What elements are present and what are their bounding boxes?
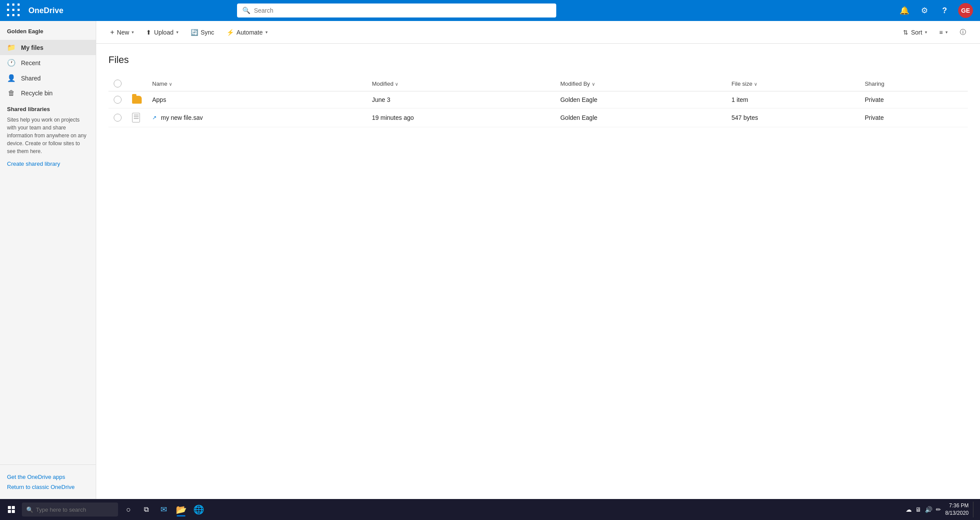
upload-label: Upload <box>154 29 173 36</box>
avatar[interactable]: GE <box>958 3 973 18</box>
sidebar-item-recycle-bin[interactable]: 🗑 Recycle bin <box>0 86 96 101</box>
upload-chevron-icon: ▾ <box>176 30 178 35</box>
file-doc-icon <box>132 113 140 122</box>
taskbar-mail[interactable]: ✉ <box>156 502 171 517</box>
taskbar-file-explorer[interactable]: 📂 <box>173 502 189 517</box>
sort-button[interactable]: ⇅ Sort ▾ <box>898 26 932 38</box>
col-sharing-header: Sharing <box>859 76 968 91</box>
network-icon[interactable]: 🖥 <box>915 506 921 513</box>
sidebar-item-label-my-files: My files <box>21 44 43 51</box>
upload-icon: ⬆ <box>146 29 151 36</box>
windows-logo <box>8 506 15 513</box>
show-desktop-button[interactable] <box>973 502 977 517</box>
taskbar-search[interactable]: 🔍 <box>22 503 118 517</box>
taskbar-edge[interactable]: 🌐 <box>191 502 206 517</box>
sidebar-item-recent[interactable]: 🕐 Recent <box>0 55 96 70</box>
topbar: OneDrive 🔍 🔔 ⚙ ? GE <box>0 0 980 21</box>
clock-date: 8/13/2020 <box>945 510 969 517</box>
taskbar-search-input[interactable] <box>36 506 114 513</box>
view-button[interactable]: ≡ ▾ <box>934 26 953 38</box>
search-bar[interactable]: 🔍 <box>237 3 556 17</box>
row-name-1[interactable]: Apps <box>147 91 367 108</box>
notification-button[interactable]: 🔔 <box>898 4 911 17</box>
return-classic-link[interactable]: Return to classic OneDrive <box>0 482 96 492</box>
taskbar-apps: ○ ⧉ ✉ 📂 🌐 <box>121 502 206 517</box>
mail-icon: ✉ <box>160 505 167 514</box>
sidebar-bottom: Get the OneDrive apps Return to classic … <box>0 464 96 496</box>
sort-label: Sort <box>911 29 922 36</box>
new-button[interactable]: + New ▾ <box>105 26 139 39</box>
cortana-icon: ○ <box>126 505 131 514</box>
file-table: Name ∨ Modified ∨ Modified By ∨ Fil <box>108 76 968 127</box>
toolbar-right: ⇅ Sort ▾ ≡ ▾ ⓘ <box>898 26 971 39</box>
row-check-1 <box>108 91 127 108</box>
upload-button[interactable]: ⬆ Upload ▾ <box>141 26 183 38</box>
topbar-icons: 🔔 ⚙ ? GE <box>898 3 973 18</box>
taskbar-task-view[interactable]: ⧉ <box>138 502 154 517</box>
taskbar-cortana[interactable]: ○ <box>121 502 136 517</box>
table-row[interactable]: ↗ my new file.sav 19 minutes ago Golden … <box>108 108 968 127</box>
sidebar-item-shared[interactable]: 👤 Shared <box>0 70 96 86</box>
create-shared-library-link[interactable]: Create shared library <box>0 159 96 169</box>
table-header-row: Name ∨ Modified ∨ Modified By ∨ Fil <box>108 76 968 91</box>
settings-button[interactable]: ⚙ <box>918 4 931 17</box>
search-icon: 🔍 <box>242 7 251 14</box>
file-activity-icon: ↗ <box>152 115 157 121</box>
row-checkbox-2[interactable] <box>114 114 122 122</box>
help-button[interactable]: ? <box>938 4 951 17</box>
sort-chevron-icon: ▾ <box>925 30 927 35</box>
app-grid-button[interactable] <box>7 3 21 18</box>
taskbar-clock[interactable]: 7:36 PM 8/13/2020 <box>945 502 969 517</box>
notification-icon: 🔔 <box>900 6 909 15</box>
sidebar-item-label-shared: Shared <box>21 75 41 82</box>
new-chevron-icon: ▾ <box>132 30 134 35</box>
clock-time: 7:36 PM <box>945 502 969 510</box>
pen-icon[interactable]: ✏ <box>936 506 941 513</box>
modified-sort-icon: ∨ <box>395 81 398 87</box>
row-modified-by-1: Golden Eagle <box>555 91 726 108</box>
content-area: + New ▾ ⬆ Upload ▾ 🔄 Sync ⚡ Automate ▾ ⇅ <box>96 21 980 499</box>
row-file-size-1: 1 item <box>726 91 860 108</box>
new-label: New <box>117 29 129 36</box>
row-modified-1: June 3 <box>367 91 555 108</box>
edge-icon: 🌐 <box>193 504 204 515</box>
row-name-2[interactable]: ↗ my new file.sav <box>147 108 367 127</box>
automate-chevron-icon: ▾ <box>265 30 268 35</box>
file-explorer-icon: 📂 <box>176 504 187 515</box>
my-files-icon: 📁 <box>7 43 16 52</box>
recent-icon: 🕐 <box>7 59 16 67</box>
onedrive-tray-icon[interactable]: ☁ <box>906 506 912 513</box>
automate-icon: ⚡ <box>227 29 234 36</box>
help-icon: ? <box>942 6 947 15</box>
volume-icon[interactable]: 🔊 <box>925 506 932 513</box>
row-icon-1 <box>127 91 147 108</box>
info-button[interactable]: ⓘ <box>955 26 971 39</box>
row-sharing-1: Private <box>859 91 968 108</box>
select-all-checkbox[interactable] <box>114 80 122 87</box>
col-modified-header[interactable]: Modified ∨ <box>367 76 555 91</box>
row-checkbox-1[interactable] <box>114 96 122 104</box>
view-icon: ≡ <box>939 29 943 36</box>
sync-icon: 🔄 <box>191 29 198 36</box>
sidebar-item-my-files[interactable]: 📁 My files <box>0 40 96 55</box>
col-file-size-header[interactable]: File size ∨ <box>726 76 860 91</box>
taskbar: 🔍 ○ ⧉ ✉ 📂 🌐 ☁ 🖥 🔊 ✏ 7:36 PM 8/13/2020 <box>0 499 980 520</box>
sync-button[interactable]: 🔄 Sync <box>185 26 220 38</box>
taskbar-search-icon: 🔍 <box>26 506 33 513</box>
start-button[interactable] <box>3 502 19 517</box>
sync-label: Sync <box>201 29 214 36</box>
sidebar-user-name: Golden Eagle <box>0 24 96 40</box>
recycle-bin-icon: 🗑 <box>7 89 16 97</box>
shared-libraries-title: Shared libraries <box>0 101 96 114</box>
sidebar-item-label-recent: Recent <box>21 59 40 66</box>
table-row[interactable]: Apps June 3 Golden Eagle 1 item Private <box>108 91 968 108</box>
col-modified-by-header[interactable]: Modified By ∨ <box>555 76 726 91</box>
get-apps-link[interactable]: Get the OneDrive apps <box>0 472 96 482</box>
col-name-header[interactable]: Name ∨ <box>147 76 367 91</box>
files-area: Files Name ∨ Modified <box>96 44 980 499</box>
main-layout: Golden Eagle 📁 My files 🕐 Recent 👤 Share… <box>0 21 980 499</box>
name-sort-icon: ∨ <box>169 81 172 87</box>
search-input[interactable] <box>254 7 551 14</box>
automate-button[interactable]: ⚡ Automate ▾ <box>221 26 273 38</box>
view-chevron-icon: ▾ <box>945 30 948 35</box>
